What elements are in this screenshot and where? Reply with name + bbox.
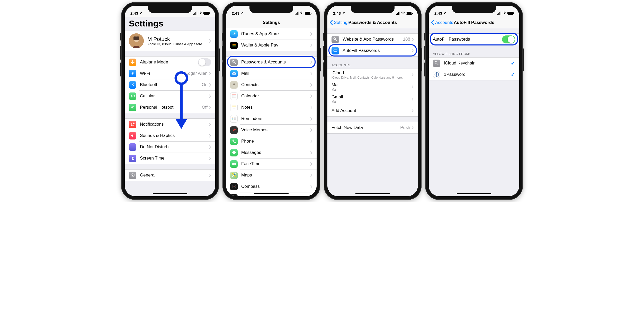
row-sounds[interactable]: Sounds & Haptics [125, 130, 215, 141]
row-label: Passwords & Accounts [241, 60, 310, 65]
row-label: Personal Hotspot [140, 105, 202, 110]
row-voice-memos[interactable]: Voice Memos [226, 124, 317, 136]
home-indicator[interactable] [457, 193, 491, 194]
hotspot-icon [129, 104, 136, 111]
svg-point-31 [232, 151, 236, 154]
row-itunes-appstore[interactable]: iTunes & App Store [226, 28, 317, 40]
row-label: Phone [241, 139, 310, 144]
chevron-right-icon [310, 32, 312, 36]
airplane-toggle[interactable] [198, 58, 211, 66]
row-account-me[interactable]: Me Mail [327, 81, 418, 93]
row-phone[interactable]: Phone [226, 136, 317, 147]
svg-rect-32 [232, 163, 235, 165]
row-compass[interactable]: Compass [226, 181, 317, 192]
reminders-icon [230, 115, 238, 123]
row-screentime[interactable]: Screen Time [125, 153, 215, 164]
home-indicator[interactable] [254, 193, 289, 194]
chevron-right-icon [412, 85, 414, 89]
row-general[interactable]: General [125, 170, 215, 181]
back-button[interactable]: Accounts [431, 20, 453, 25]
row-wifi[interactable]: Wi-Fi Edgar Allan [125, 68, 215, 79]
row-label: AutoFill Passwords [343, 48, 412, 53]
bluetooth-icon [129, 81, 136, 89]
row-detail: Push [400, 125, 410, 130]
location-arrow-icon: ↗ [240, 11, 244, 15]
row-autofill-passwords-toggle[interactable]: AutoFill Passwords [429, 34, 519, 45]
row-sub: Mail [332, 88, 412, 91]
row-cellular[interactable]: Cellular [125, 90, 215, 102]
chevron-right-icon [209, 95, 211, 98]
row-fetch-new-data[interactable]: Fetch New Data Push [327, 122, 418, 133]
row-dnd[interactable]: Do Not Disturb [125, 141, 215, 153]
chevron-right-icon [310, 117, 312, 120]
row-passwords-accounts[interactable]: Passwords & Accounts [226, 57, 317, 68]
row-account-gmail[interactable]: Gmail Mail [327, 93, 418, 105]
check-icon: ✓ [511, 60, 515, 66]
chevron-right-icon [310, 61, 312, 64]
wifi-icon [502, 11, 506, 15]
row-messages[interactable]: Messages [226, 147, 317, 158]
chevron-right-icon [209, 157, 211, 160]
home-indicator[interactable] [153, 193, 187, 194]
row-mail[interactable]: Mail [226, 68, 317, 79]
row-website-app-passwords[interactable]: Website & App Passwords 188 [327, 34, 418, 45]
row-label: Maps [241, 173, 310, 178]
row-provider-1password[interactable]: 1Password ✓ [429, 69, 519, 80]
nav-title: Passwords & Accounts [348, 20, 397, 25]
chevron-right-icon [310, 140, 312, 143]
row-label: Wi-Fi [140, 71, 185, 76]
profile-row[interactable]: M Potuck Apple ID, iCloud, iTunes & App … [125, 31, 215, 51]
svg-point-7 [133, 123, 134, 124]
row-sub: iCloud Drive, Mail, Contacts, Calendars … [332, 76, 412, 79]
row-add-account[interactable]: Add Account [327, 105, 418, 116]
row-notifications[interactable]: Notifications [125, 119, 215, 130]
screentime-icon [129, 155, 136, 162]
row-label: Screen Time [140, 156, 209, 161]
home-indicator[interactable] [355, 193, 390, 194]
compass-icon [230, 183, 238, 190]
chevron-right-icon [209, 39, 211, 43]
dnd-icon [129, 143, 136, 151]
phone-frame-1: 2:43↗ Settings M Potuck Apple ID, iCl [121, 2, 219, 200]
row-contacts[interactable]: Contacts [226, 79, 317, 90]
page-title: Settings [125, 17, 215, 31]
row-airplane-mode[interactable]: Airplane Mode [125, 57, 215, 68]
notch [148, 6, 192, 13]
row-label: AutoFill Passwords [433, 37, 502, 42]
calendar-icon [230, 92, 238, 100]
svg-rect-14 [232, 95, 236, 95]
profile-sub: Apple ID, iCloud, iTunes & App Store [147, 42, 209, 46]
chevron-right-icon [209, 72, 211, 75]
row-sub: Mail [332, 100, 412, 104]
svg-point-13 [233, 83, 235, 85]
wifi-icon [198, 11, 202, 15]
row-autofill-passwords[interactable]: AutoFill Passwords [327, 45, 418, 56]
row-wallet[interactable]: Wallet & Apple Pay [226, 40, 317, 51]
row-label: Website & App Passwords [343, 37, 403, 42]
autofill-passwords-toggle[interactable] [502, 35, 515, 43]
notch [351, 6, 395, 13]
facetime-icon [230, 160, 238, 168]
row-provider-icloud-keychain[interactable]: iCloud Keychain ✓ [429, 58, 519, 69]
row-detail: 188 [403, 37, 410, 42]
key-icon [332, 36, 339, 43]
row-label: Compass [241, 184, 310, 189]
row-hotspot[interactable]: Personal Hotspot Off [125, 102, 215, 113]
back-button[interactable]: Settings [329, 20, 350, 25]
row-notes[interactable]: Notes [226, 102, 317, 113]
row-detail: Edgar Allan [185, 71, 208, 76]
signal-icon [193, 12, 197, 15]
key-icon [230, 59, 238, 66]
row-label: iCloud [332, 70, 412, 76]
notes-icon [230, 104, 238, 111]
messages-icon [230, 149, 238, 156]
row-reminders[interactable]: Reminders [226, 113, 317, 124]
row-account-icloud[interactable]: iCloud iCloud Drive, Mail, Contacts, Cal… [327, 69, 418, 81]
row-label: iTunes & App Store [241, 31, 310, 36]
row-maps[interactable]: Maps [226, 170, 317, 181]
check-icon: ✓ [511, 71, 515, 78]
row-bluetooth[interactable]: Bluetooth On [125, 79, 215, 90]
row-calendar[interactable]: Calendar [226, 90, 317, 102]
row-facetime[interactable]: FaceTime [226, 158, 317, 170]
profile-name: M Potuck [147, 36, 209, 42]
